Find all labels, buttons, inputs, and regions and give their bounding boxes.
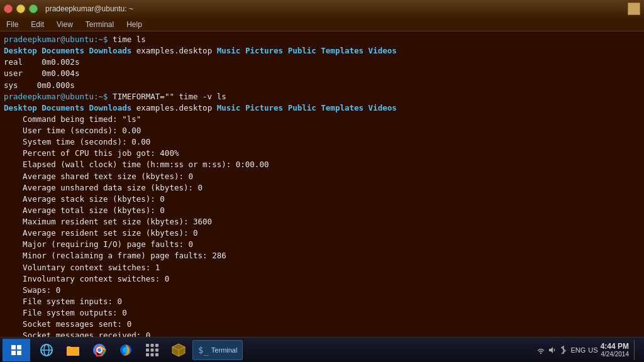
- menu-terminal[interactable]: Terminal: [82, 19, 118, 30]
- region-indicator: US: [588, 346, 597, 354]
- terminal-line: Percent of CPU this job got: 400%: [4, 148, 640, 159]
- terminal-line: Average shared text size (kbytes): 0: [4, 171, 640, 182]
- terminal-line: pradeepkumar@ubuntu:~$ time ls: [4, 34, 640, 45]
- terminal-line: Maximum resident set size (kbytes): 3600: [4, 216, 640, 228]
- terminal-line: Socket messages sent: 0: [4, 319, 640, 330]
- terminal-area[interactable]: pradeepkumar@ubuntu:~$ time lsDesktop Do…: [0, 31, 644, 339]
- terminal-line: real 0m0.002s: [4, 57, 640, 68]
- window-title: pradeepkumar@ubuntu: ~: [45, 4, 133, 13]
- menu-view[interactable]: View: [53, 19, 77, 30]
- terminal-line: user 0m0.004s: [4, 68, 640, 79]
- terminal-line: Desktop Documents Downloads examples.des…: [4, 102, 640, 114]
- terminal-line: Average stack size (kbytes): 0: [4, 194, 640, 205]
- svg-rect-18: [151, 348, 154, 351]
- terminal-line: pradeepkumar@ubuntu:~$ TIMEFORMAT="" tim…: [4, 91, 640, 102]
- minimize-button[interactable]: [16, 4, 25, 13]
- terminal-line: Minor (reclaiming a frame) page faults: …: [4, 250, 640, 261]
- apps-taskbar-btn[interactable]: [140, 339, 165, 361]
- system-tray: ENG US 4:44 PM 4/24/2014: [536, 340, 641, 360]
- terminal-line: Elapsed (wall clock) time (h:mm:ss or m:…: [4, 159, 640, 170]
- svg-rect-16: [155, 344, 158, 347]
- terminal-line: File system outputs: 0: [4, 307, 640, 319]
- terminal-line: Involuntary context switches: 0: [4, 273, 640, 285]
- terminal-line: File system inputs: 0: [4, 296, 640, 307]
- terminal-line: Command being timed: "ls": [4, 114, 640, 125]
- terminal-line: System time (seconds): 0.00: [4, 136, 640, 148]
- tray-icons: [536, 345, 569, 355]
- network-icon[interactable]: [536, 345, 546, 355]
- terminal-taskbar-label: Terminal: [211, 346, 238, 354]
- svg-point-27: [540, 352, 541, 353]
- svg-rect-2: [11, 351, 16, 355]
- svg-rect-20: [146, 353, 149, 356]
- terminal-line: Voluntary context switches: 1: [4, 262, 640, 273]
- volume-icon[interactable]: [547, 345, 557, 355]
- maximize-button[interactable]: [29, 4, 38, 13]
- menu-help[interactable]: Help: [123, 19, 146, 30]
- start-button[interactable]: [3, 339, 30, 361]
- svg-rect-19: [155, 348, 158, 351]
- terminal-line: Average resident set size (kbytes): 0: [4, 228, 640, 239]
- svg-rect-17: [146, 348, 149, 351]
- window-icon: [628, 3, 640, 15]
- titlebar: pradeepkumar@ubuntu: ~: [0, 0, 644, 18]
- terminal-line: Swaps: 0: [4, 285, 640, 296]
- svg-rect-22: [155, 353, 158, 356]
- terminal-line: Average total size (kbytes): 0: [4, 205, 640, 216]
- firefox-taskbar-btn[interactable]: [113, 339, 138, 361]
- svg-rect-1: [17, 345, 21, 349]
- svg-point-11: [97, 348, 101, 352]
- terminal-line: sys 0m0.000s: [4, 80, 640, 91]
- terminal-taskbar-btn[interactable]: $_ Terminal: [192, 340, 243, 360]
- bluetooth-icon[interactable]: [558, 345, 569, 355]
- clock-date: 4/24/2014: [601, 351, 629, 358]
- lang-indicator: ENG: [571, 346, 586, 354]
- files-taskbar-btn[interactable]: [60, 339, 86, 361]
- chrome-taskbar-btn[interactable]: [87, 339, 112, 361]
- package-taskbar-btn[interactable]: [166, 339, 191, 361]
- svg-rect-21: [151, 353, 154, 356]
- terminal-line: User time (seconds): 0.00: [4, 125, 640, 136]
- clock[interactable]: 4:44 PM 4/24/2014: [601, 342, 629, 358]
- taskbar: $_ Terminal: [0, 337, 644, 362]
- menu-file[interactable]: File: [3, 19, 22, 30]
- terminal-icon: $_: [198, 345, 209, 355]
- menubar: File Edit View Terminal Help: [0, 18, 644, 31]
- svg-rect-14: [146, 344, 149, 347]
- close-button[interactable]: [4, 4, 13, 13]
- menu-edit[interactable]: Edit: [27, 19, 48, 30]
- clock-time: 4:44 PM: [601, 342, 629, 351]
- terminal-line: Average unshared data size (kbytes): 0: [4, 182, 640, 194]
- svg-rect-3: [17, 351, 21, 355]
- terminal-line: Major (requiring I/O) page faults: 0: [4, 239, 640, 250]
- terminal-line: Desktop Documents Downloads examples.des…: [4, 45, 640, 57]
- svg-rect-0: [11, 345, 16, 349]
- svg-rect-15: [151, 344, 154, 347]
- svg-marker-28: [549, 347, 553, 353]
- ie-taskbar-btn[interactable]: [34, 339, 59, 361]
- show-desktop-button[interactable]: [634, 340, 638, 360]
